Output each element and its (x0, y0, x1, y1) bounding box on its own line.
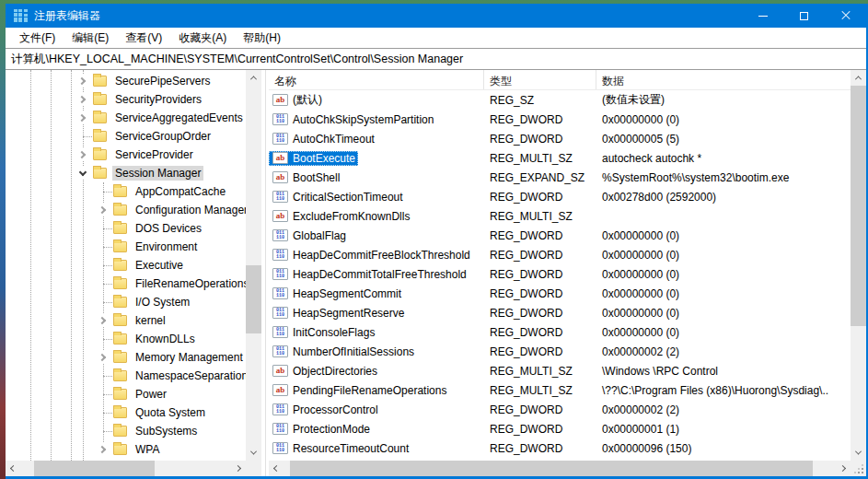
tree-item-quota-system[interactable]: Quota System (6, 403, 246, 422)
value-name-cell[interactable]: ab(默认) (269, 91, 325, 109)
close-button[interactable] (825, 4, 866, 28)
tree-hscroll-thumb[interactable] (34, 461, 156, 476)
menu-favorites[interactable]: 收藏夹(A) (170, 29, 235, 48)
title-bar[interactable]: 注册表编辑器 (6, 4, 866, 28)
value-name-cell[interactable]: abBootExecute (269, 151, 358, 166)
list-vertical-scrollbar[interactable] (851, 70, 866, 476)
chevron-right-icon[interactable] (76, 111, 89, 124)
chevron-right-icon[interactable] (76, 148, 89, 161)
tree-item-label[interactable]: Executive (133, 258, 186, 273)
tree-item-label[interactable]: DOS Devices (133, 221, 204, 236)
tree-item-securityproviders[interactable]: SecurityProviders (6, 90, 246, 109)
tree-item-label[interactable]: Session Manager (112, 166, 203, 181)
maximize-button[interactable] (783, 4, 825, 28)
value-name-cell[interactable]: 011110HeapDeCommitTotalFreeThreshold (269, 267, 469, 282)
tree-item-subsystems[interactable]: SubSystems (6, 422, 246, 440)
chevron-right-icon[interactable] (97, 351, 110, 364)
scroll-down-arrow-icon[interactable] (246, 445, 261, 461)
tree-item-label[interactable]: Configuration Manager (133, 203, 246, 217)
value-name-cell[interactable]: 011110InitConsoleFlags (269, 325, 377, 340)
tree-vscroll-thumb[interactable] (246, 265, 261, 333)
chevron-right-icon[interactable] (76, 93, 89, 106)
tree-item-label[interactable]: ServiceAggregatedEvents (112, 111, 246, 125)
scroll-up-arrow-icon[interactable] (246, 70, 261, 86)
list-vscroll-thumb[interactable] (851, 86, 866, 326)
value-row-autochktimeout[interactable]: 011110AutoChkTimeoutREG_DWORD0x00000005 … (269, 129, 851, 148)
value-name-cell[interactable]: 011110HeapSegmentReserve (269, 306, 407, 321)
value-row-objectdirectories[interactable]: abObjectDirectoriesREG_MULTI_SZ\Windows … (269, 361, 851, 380)
value-row-protectionmode[interactable]: 011110ProtectionModeREG_DWORD0x00000001 … (269, 419, 851, 438)
value-row-processorcontrol[interactable]: 011110ProcessorControlREG_DWORD0x0000000… (269, 400, 851, 419)
value-row-heapdecommittotalfreethreshold[interactable]: 011110HeapDeCommitTotalFreeThresholdREG_… (269, 264, 851, 284)
value-row-bootshell[interactable]: abBootShellREG_EXPAND_SZ%SystemRoot%\sys… (269, 168, 851, 187)
tree-item-label[interactable]: NamespaceSeparation (133, 368, 246, 383)
value-name-cell[interactable]: 011110ResourceTimeoutCount (269, 441, 411, 456)
value-row-heapsegmentcommit[interactable]: 011110HeapSegmentCommitREG_DWORD0x000000… (269, 284, 851, 303)
value-row-initconsoleflags[interactable]: 011110InitConsoleFlagsREG_DWORD0x0000000… (269, 322, 851, 342)
value-name-cell[interactable]: 011110NumberOfInitialSessions (269, 345, 417, 359)
list-vscroll-track[interactable] (851, 86, 866, 445)
chevron-right-icon[interactable] (76, 75, 89, 88)
scroll-right-arrow-icon[interactable] (835, 461, 851, 476)
value-name-cell[interactable]: abExcludeFromKnownDlls (269, 209, 412, 224)
tree-item-configuration-manager[interactable]: Configuration Manager (6, 201, 246, 219)
value-row-excludefromknowndlls[interactable]: abExcludeFromKnownDllsREG_MULTI_SZ (269, 206, 851, 226)
tree-item-label[interactable]: SubSystems (133, 424, 200, 438)
tree-item-namespaceseparation[interactable]: NamespaceSeparation (6, 367, 246, 385)
menu-view[interactable]: 查看(V) (117, 29, 170, 48)
tree-item-label[interactable]: Memory Management (133, 350, 246, 365)
tree-item-label[interactable]: ServiceGroupOrder (112, 129, 214, 144)
column-header-name[interactable]: 名称 (269, 70, 484, 89)
value-row-heapdecommitfreeblockthreshold[interactable]: 011110HeapDeCommitFreeBlockThresholdREG_… (269, 245, 851, 264)
tree-item-power[interactable]: Power (6, 385, 246, 403)
tree-item-serviceprovider[interactable]: ServiceProvider (6, 146, 246, 164)
pane-splitter[interactable] (261, 70, 269, 476)
value-row-numberofinitialsessions[interactable]: 011110NumberOfInitialSessionsREG_DWORD0x… (269, 342, 851, 361)
tree-item-label[interactable]: SecurityProviders (112, 92, 204, 107)
value-name-cell[interactable]: 011110GlobalFlag (269, 228, 349, 243)
tree-item-executive[interactable]: Executive (6, 256, 246, 275)
tree-item-label[interactable]: KnownDLLs (133, 332, 198, 346)
tree-item-label[interactable]: kernel (133, 313, 168, 328)
registry-tree[interactable]: SecurePipeServersSecurityProvidersServic… (6, 70, 246, 461)
tree-item-label[interactable]: I/O System (133, 295, 192, 310)
column-header-type[interactable]: 类型 (484, 70, 596, 89)
tree-item-memory-management[interactable]: Memory Management (6, 348, 246, 367)
value-name-cell[interactable]: 011110ProcessorControl (269, 403, 381, 417)
tree-item-label[interactable]: WPA (133, 442, 162, 457)
list-hscroll-track[interactable] (284, 461, 835, 476)
value-name-cell[interactable]: abPendingFileRenameOperations (269, 383, 449, 398)
value-name-cell[interactable]: 011110AutoChkTimeout (269, 132, 377, 146)
tree-item-label[interactable]: Quota System (133, 405, 208, 420)
tree-item-label[interactable]: AppCompatCache (133, 184, 228, 199)
tree-item-dos-devices[interactable]: DOS Devices (6, 219, 246, 238)
value-row-criticalsectiontimeout[interactable]: 011110CriticalSectionTimeoutREG_DWORD0x0… (269, 187, 851, 206)
tree-vertical-scrollbar[interactable] (246, 70, 261, 461)
scroll-left-arrow-icon[interactable] (6, 461, 21, 476)
value-name-cell[interactable]: 011110CriticalSectionTimeout (269, 190, 406, 204)
chevron-right-icon[interactable] (97, 314, 110, 327)
tree-item-filerenameoperations[interactable]: FileRenameOperations (6, 275, 246, 293)
list-horizontal-scrollbar[interactable] (269, 461, 851, 476)
value-row-pendingfilerenameoperations[interactable]: abPendingFileRenameOperationsREG_MULTI_S… (269, 380, 851, 400)
minimize-button[interactable] (742, 4, 783, 28)
tree-item-label[interactable]: ServiceProvider (112, 147, 196, 162)
tree-item-securepipeservers[interactable]: SecurePipeServers (6, 72, 246, 90)
value-name-cell[interactable]: abBootShell (269, 170, 342, 185)
value-name-cell[interactable]: 011110HeapDeCommitFreeBlockThreshold (269, 248, 473, 263)
menu-file[interactable]: 文件(F) (11, 29, 64, 48)
tree-horizontal-scrollbar[interactable] (6, 461, 246, 476)
tree-item-label[interactable]: FileRenameOperations (133, 276, 246, 291)
value-row-resourcetimeoutcount[interactable]: 011110ResourceTimeoutCountREG_DWORD0x000… (269, 438, 851, 458)
tree-item-session-manager[interactable]: Session Manager (6, 164, 246, 182)
tree-item-servicegrouporder[interactable]: ServiceGroupOrder (6, 127, 246, 146)
value-name-cell[interactable]: 011110HeapSegmentCommit (269, 286, 404, 301)
resize-grip[interactable] (851, 461, 866, 476)
chevron-right-icon[interactable] (97, 443, 110, 456)
tree-item-label[interactable]: SecurePipeServers (112, 74, 213, 88)
chevron-right-icon[interactable] (97, 204, 110, 216)
tree-item-i-o-system[interactable]: I/O System (6, 293, 246, 311)
scroll-down-arrow-icon[interactable] (851, 445, 866, 461)
value-row-globalflag[interactable]: 011110GlobalFlagREG_DWORD0x00000000 (0) (269, 226, 851, 245)
tree-hscroll-track[interactable] (21, 461, 230, 476)
